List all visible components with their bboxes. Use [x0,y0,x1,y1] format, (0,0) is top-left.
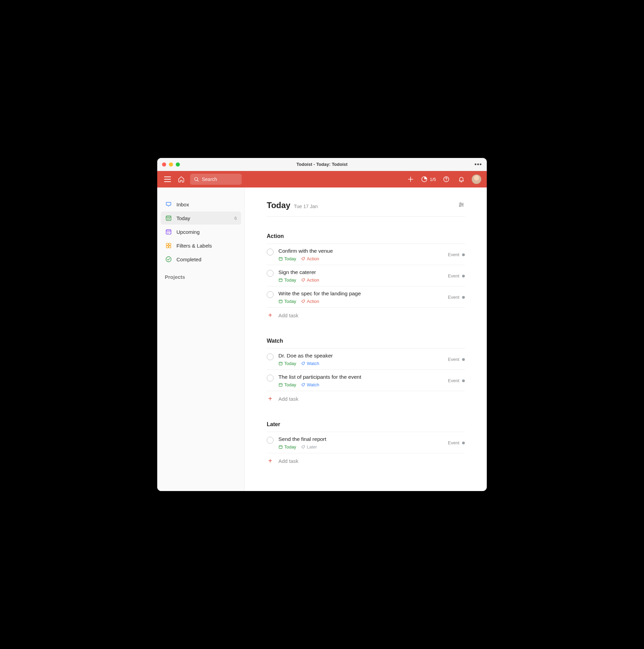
svg-rect-13 [169,243,171,245]
task-checkbox[interactable] [267,270,274,277]
task-meta: Today Action [278,299,443,304]
task-title: Dr. Doe as the speaker [278,353,443,359]
calendar-today-icon: 17 [165,214,172,222]
home-button[interactable] [176,174,186,184]
sidebar-nav: Inbox 17 Today 6 Upcoming [161,198,241,266]
svg-point-23 [303,279,304,280]
titlebar-more-icon[interactable]: ••• [474,161,482,168]
window-close-button[interactable] [162,162,166,167]
svg-point-11 [168,233,169,234]
task-label[interactable]: Action [301,277,319,283]
quick-add-button[interactable] [406,174,415,184]
task-checkbox[interactable] [267,353,274,360]
sidebar-item-filters-labels[interactable]: Filters & Labels [161,239,241,252]
sidebar-item-completed[interactable]: Completed [161,253,241,266]
add-task-label: Add task [278,312,298,318]
menu-icon [164,177,171,182]
menu-button[interactable] [163,174,172,184]
task-due-text: Today [284,277,296,283]
task-due[interactable]: Today [278,444,296,449]
tag-icon [301,299,306,304]
task-checkbox[interactable] [267,375,274,382]
task-label[interactable]: Action [301,256,319,261]
task-project[interactable]: Event [448,295,465,300]
svg-point-9 [170,232,170,232]
task-row[interactable]: Sign the caterer Today Action Event [267,265,465,286]
task-row[interactable]: The list of participants for the event T… [267,370,465,391]
task-project[interactable]: Event [448,252,465,257]
task-label[interactable]: Watch [301,382,319,387]
task-body: Dr. Doe as the speaker Today Watch [278,353,443,366]
task-label[interactable]: Later [301,444,317,449]
help-button[interactable] [441,174,451,184]
task-project-name: Event [448,357,459,362]
task-due-text: Today [284,382,296,387]
app-window: Todoist - Today: Todoist ••• [157,158,487,491]
add-task-button[interactable]: + Add task [267,453,465,468]
plus-icon: + [267,457,274,464]
search-input[interactable] [202,177,238,182]
search-box[interactable] [190,174,242,185]
task-due[interactable]: Today [278,299,296,304]
task-label-text: Action [307,277,319,283]
projects-header[interactable]: Projects [161,274,241,280]
inbox-icon [165,201,172,208]
task-due[interactable]: Today [278,256,296,261]
project-color-dot [462,296,465,299]
task-project[interactable]: Event [448,378,465,383]
window-minimize-button[interactable] [169,162,173,167]
grid-icon [165,242,172,249]
task-row[interactable]: Write the spec for the landing page Toda… [267,286,465,308]
task-project[interactable]: Event [448,357,465,362]
svg-rect-20 [279,257,282,260]
sidebar-item-inbox[interactable]: Inbox [161,198,241,211]
task-project[interactable]: Event [448,440,465,445]
calendar-small-icon [278,299,283,304]
add-task-button[interactable]: + Add task [267,308,465,323]
svg-point-29 [303,384,304,384]
calendar-small-icon [278,383,283,387]
window-zoom-button[interactable] [176,162,180,167]
task-due[interactable]: Today [278,361,296,366]
tag-icon [301,361,306,366]
sidebar-item-today[interactable]: 17 Today 6 [161,212,241,225]
task-checkbox[interactable] [267,291,274,298]
svg-point-31 [303,446,304,446]
task-label[interactable]: Action [301,299,319,304]
svg-point-16 [166,257,171,262]
view-options-button[interactable] [458,201,465,208]
section-title: Watch [267,338,465,344]
task-project[interactable]: Event [448,273,465,278]
task-due[interactable]: Today [278,382,296,387]
task-section: Later Send the final report Today Later [267,421,465,468]
task-checkbox[interactable] [267,249,274,255]
task-due-text: Today [284,256,296,261]
task-row[interactable]: Dr. Doe as the speaker Today Watch Event [267,349,465,370]
sidebar-item-upcoming[interactable]: Upcoming [161,225,241,238]
svg-rect-24 [279,300,282,303]
avatar[interactable] [472,174,481,184]
task-row[interactable]: Confirm with the venue Today Action Even… [267,244,465,265]
bell-icon [458,176,465,183]
calendar-small-icon [278,278,283,282]
task-list: Send the final report Today Later Event [267,432,465,453]
header-actions: 1/5 [406,174,481,184]
task-checkbox[interactable] [267,437,274,444]
svg-rect-26 [279,362,282,365]
svg-rect-30 [279,445,282,448]
task-meta: Today Action [278,277,443,283]
help-icon [443,176,450,183]
plus-icon: + [267,395,274,402]
task-label[interactable]: Watch [301,361,319,366]
project-color-dot [462,358,465,361]
sidebar-item-label: Upcoming [176,229,200,235]
productivity-button[interactable]: 1/5 [421,176,436,183]
task-due[interactable]: Today [278,277,296,283]
home-icon [178,176,185,183]
project-color-dot [462,253,465,256]
add-task-button[interactable]: + Add task [267,391,465,406]
svg-point-18 [462,204,463,205]
task-row[interactable]: Send the final report Today Later Event [267,432,465,453]
task-label-text: Action [307,299,319,304]
notifications-button[interactable] [457,174,466,184]
